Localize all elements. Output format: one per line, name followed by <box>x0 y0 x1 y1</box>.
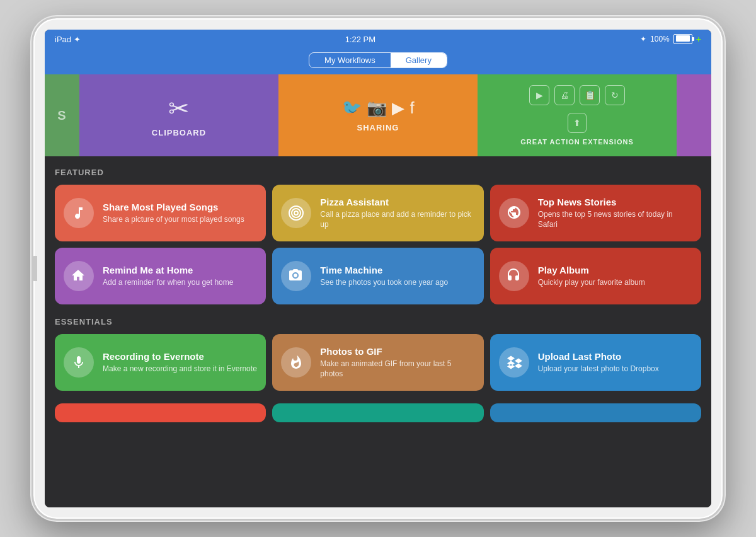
globe-icon <box>499 198 529 228</box>
svg-point-2 <box>294 211 298 215</box>
card-pizza-text: Pizza Assistant Call a pizza place and a… <box>320 197 474 229</box>
featured-grid: Share Most Played Songs Share a picture … <box>55 185 701 304</box>
dropbox-icon <box>499 347 529 378</box>
svg-point-1 <box>292 209 301 217</box>
charging-icon: + <box>696 34 701 44</box>
ext-share-icon: ⬆ <box>568 113 587 133</box>
category-sharing[interactable]: 🐦 📷 ▶ f SHARING <box>278 74 478 156</box>
status-left: iPad ✦ <box>55 35 81 44</box>
category-partial-right[interactable] <box>677 74 711 156</box>
home-icon <box>64 261 94 291</box>
scroll-area[interactable]: FEATURED Share Most Played Songs Share a… <box>45 156 711 507</box>
card-time-machine[interactable]: Time Machine See the photos you took one… <box>272 248 483 304</box>
card-gif-text: Photos to GIF Make an animated GIF from … <box>320 346 474 379</box>
ext-refresh-icon: ↻ <box>605 85 625 105</box>
card-play-album[interactable]: Play Album Quickly play your favorite al… <box>490 248 701 304</box>
card-news-text: Top News Stories Opens the top 5 news st… <box>538 197 692 229</box>
home-button[interactable] <box>32 256 37 281</box>
nav-bar: My Workflows Gallery <box>45 49 711 74</box>
category-extensions[interactable]: ▶ 🖨 📋 ↻ ⬆ GREAT ACTION EXTENSIONS <box>478 74 677 156</box>
tab-gallery[interactable]: Gallery <box>391 53 447 67</box>
camera-icon <box>281 261 311 291</box>
category-clipboard[interactable]: ✂ CLIPBOARD <box>79 74 278 156</box>
ext-video-icon: ▶ <box>529 85 549 105</box>
tab-my-workflows[interactable]: My Workflows <box>309 53 391 67</box>
essentials-grid: Recording to Evernote Make a new recordi… <box>55 334 701 391</box>
card-upload-text: Upload Last Photo Upload your latest pho… <box>538 351 659 374</box>
segmented-control[interactable]: My Workflows Gallery <box>309 52 447 68</box>
battery-icon <box>673 34 692 44</box>
pizza-icon <box>281 198 311 228</box>
ipad-device: iPad ✦ 1:22 PM ✦ 100% + My Workflows Gal… <box>32 16 724 521</box>
bottom-peek-grid <box>55 403 701 422</box>
microphone-icon <box>64 347 94 378</box>
ipad-label: iPad ✦ <box>55 35 81 44</box>
card-share-most-played[interactable]: Share Most Played Songs Share a picture … <box>55 185 266 241</box>
category-partial-left[interactable]: S <box>45 74 79 156</box>
card-recording-evernote[interactable]: Recording to Evernote Make a new recordi… <box>55 334 266 391</box>
ext-print-icon: 🖨 <box>554 85 575 105</box>
headphones-icon <box>499 261 529 291</box>
music-icon <box>64 198 94 228</box>
instagram-icon: 📷 <box>367 98 387 118</box>
card-upload-photo[interactable]: Upload Last Photo Upload your latest pho… <box>490 334 701 391</box>
fire-icon <box>281 347 311 378</box>
twitter-icon: 🐦 <box>341 98 362 118</box>
card-playalbum-text: Play Album Quickly play your favorite al… <box>538 265 645 288</box>
status-right: ✦ 100% + <box>640 34 701 44</box>
ipad-screen: iPad ✦ 1:22 PM ✦ 100% + My Workflows Gal… <box>45 30 711 507</box>
featured-label: FEATURED <box>55 168 701 177</box>
bottom-peek-1 <box>55 403 266 422</box>
clipboard-label: CLIPBOARD <box>152 128 206 137</box>
card-remind-home[interactable]: Remind Me at Home Add a reminder for whe… <box>55 248 266 304</box>
card-evernote-text: Recording to Evernote Make a new recordi… <box>103 351 257 374</box>
card-share-text: Share Most Played Songs Share a picture … <box>103 202 244 225</box>
card-photos-gif[interactable]: Photos to GIF Make an animated GIF from … <box>272 334 483 391</box>
ext-copy-icon: 📋 <box>580 85 600 105</box>
scissors-icon: ✂ <box>168 94 190 123</box>
essentials-label: ESSENTIALS <box>55 317 701 326</box>
extensions-label: GREAT ACTION EXTENSIONS <box>520 138 633 146</box>
sharing-label: SHARING <box>357 123 399 132</box>
card-remind-text: Remind Me at Home Add a reminder for whe… <box>103 265 233 288</box>
category-carousel: S ✂ CLIPBOARD 🐦 📷 ▶ f SHARING ▶ <box>45 74 711 156</box>
status-time: 1:22 PM <box>345 35 375 44</box>
youtube-icon: ▶ <box>392 98 404 118</box>
card-timemachine-text: Time Machine See the photos you took one… <box>320 265 448 288</box>
battery-label: 100% <box>650 35 670 43</box>
card-pizza-assistant[interactable]: Pizza Assistant Call a pizza place and a… <box>272 185 483 241</box>
bottom-peek-2 <box>272 403 483 422</box>
sharing-icons: 🐦 📷 ▶ f <box>341 98 414 118</box>
facebook-icon: f <box>410 98 414 118</box>
extension-icons: ▶ 🖨 📋 ↻ <box>529 85 625 105</box>
bluetooth-icon: ✦ <box>640 35 646 43</box>
card-top-news[interactable]: Top News Stories Opens the top 5 news st… <box>490 185 701 241</box>
status-bar: iPad ✦ 1:22 PM ✦ 100% + <box>45 30 711 49</box>
bottom-peek-3 <box>490 403 701 422</box>
